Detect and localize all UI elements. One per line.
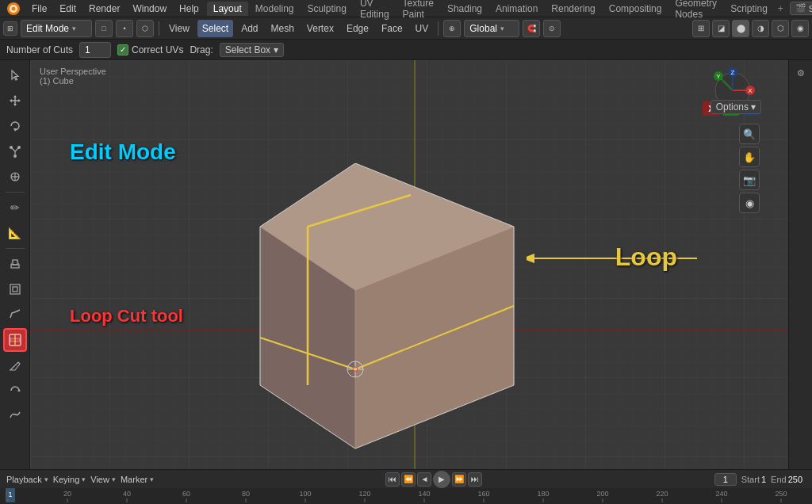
mode-selector[interactable]: Edit Mode ▾: [21, 20, 92, 37]
tab-geometry-nodes[interactable]: Geometry Nodes: [668, 0, 723, 21]
svg-text:220: 220: [656, 490, 668, 498]
play-btn[interactable]: ▶: [433, 471, 450, 488]
jump-start-btn[interactable]: ⏮: [385, 472, 400, 487]
menu-edit[interactable]: Edit: [55, 2, 81, 16]
svg-point-15: [13, 155, 17, 158]
tab-layout[interactable]: Layout: [207, 2, 248, 16]
overlay-icon[interactable]: ⊞: [692, 20, 710, 37]
lt-sep1: [6, 192, 25, 193]
rotate-tool-btn[interactable]: [3, 114, 27, 138]
spin-tool-btn[interactable]: [3, 379, 27, 403]
select-menu[interactable]: Select: [197, 20, 233, 37]
svg-text:200: 200: [596, 490, 608, 498]
svg-rect-24: [13, 287, 17, 292]
mode-icon2[interactable]: •: [116, 20, 133, 37]
end-label: End: [771, 475, 787, 484]
current-frame[interactable]: 1: [714, 473, 737, 486]
annotate-tool-btn[interactable]: ✏: [3, 196, 27, 220]
drag-selector[interactable]: Select Box ▾: [220, 43, 284, 57]
menu-help[interactable]: Help: [174, 2, 204, 16]
snap-icon[interactable]: 🧲: [523, 20, 540, 37]
tl-view-label: View: [90, 475, 109, 484]
step-back-btn[interactable]: ⏪: [401, 472, 416, 487]
cursor-tool-btn[interactable]: [3, 63, 27, 87]
inset-tool-btn[interactable]: [3, 277, 27, 301]
tab-scripting[interactable]: Scripting: [724, 2, 774, 16]
keying-label: Keying: [53, 475, 80, 484]
transform-icon[interactable]: ⊕: [443, 20, 461, 37]
frame-ruler[interactable]: 0 20 40 60 80 100 120 140 160 180 200 22…: [0, 488, 812, 504]
camera-icon[interactable]: 📷: [739, 170, 760, 190]
view-menu-tl[interactable]: View ▾: [90, 475, 116, 484]
tab-rendering[interactable]: Rendering: [545, 2, 601, 16]
tab-shading[interactable]: Shading: [441, 2, 488, 16]
menu-window[interactable]: Window: [128, 2, 171, 16]
mode-icon1[interactable]: □: [95, 20, 113, 37]
uv-menu[interactable]: UV: [411, 20, 434, 37]
svg-text:X: X: [748, 87, 753, 94]
tab-texture-paint[interactable]: Texture Paint: [396, 0, 440, 21]
correct-uvs-toggle[interactable]: ✓ Correct UVs: [117, 44, 183, 55]
svg-rect-57: [0, 488, 812, 502]
transform-label: Global: [469, 23, 497, 34]
tab-modeling[interactable]: Modeling: [249, 2, 301, 16]
svg-marker-7: [10, 99, 12, 102]
tab-animation[interactable]: Animation: [489, 2, 544, 16]
edge-menu[interactable]: Edge: [342, 20, 373, 37]
viewport-3d[interactable]: User Perspective (1) Cube: [30, 60, 788, 469]
measure-tool-btn[interactable]: 📐: [3, 221, 27, 245]
shade1-icon[interactable]: ⬤: [732, 20, 749, 37]
svg-text:Y: Y: [716, 73, 721, 80]
right-panel: ⚙: [788, 60, 812, 469]
start-frame[interactable]: 1: [761, 475, 766, 484]
tab-sculpting[interactable]: Sculpting: [301, 2, 353, 16]
menu-render[interactable]: Render: [84, 2, 124, 16]
view-menu[interactable]: View: [164, 20, 194, 37]
step-forward-btn[interactable]: ⏩: [452, 472, 466, 487]
num-cuts-value[interactable]: 1: [79, 42, 111, 58]
svg-point-13: [10, 146, 13, 149]
knife-tool-btn[interactable]: [3, 353, 27, 377]
play-back-btn[interactable]: ◄: [417, 472, 431, 487]
bevel-tool-btn[interactable]: [3, 303, 27, 326]
correct-uvs-checkbox[interactable]: ✓: [117, 44, 128, 55]
smooth-tool-btn[interactable]: [3, 404, 27, 428]
shade4-icon[interactable]: ◉: [791, 20, 809, 37]
svg-marker-8: [18, 99, 21, 102]
extrude-tool-btn[interactable]: [3, 252, 27, 276]
properties-tools-btn[interactable]: ⚙: [791, 63, 810, 82]
move-tool-btn[interactable]: [3, 89, 27, 113]
menu-file[interactable]: File: [27, 2, 52, 16]
face-menu[interactable]: Face: [377, 20, 408, 37]
keying-menu[interactable]: Keying ▾: [53, 475, 86, 484]
marker-menu[interactable]: Marker ▾: [121, 475, 154, 484]
tab-compositing[interactable]: Compositing: [603, 2, 668, 16]
transform-tool-btn[interactable]: [3, 165, 27, 189]
separator2: [438, 21, 439, 36]
prop-edit-icon[interactable]: ⊙: [543, 20, 561, 37]
scene-icon: 🎬: [795, 3, 806, 13]
jump-end-btn[interactable]: ⏭: [468, 472, 482, 487]
tab-uv-editing[interactable]: UV Editing: [354, 0, 396, 21]
view-icon-btn[interactable]: ⊞: [3, 21, 17, 36]
viewport-options-btn[interactable]: Options ▾: [710, 100, 761, 114]
vertex-menu[interactable]: Vertex: [302, 20, 339, 37]
mode-selector-label: Edit Mode: [26, 23, 69, 34]
add-menu[interactable]: Add: [236, 20, 262, 37]
xray-icon[interactable]: ◪: [712, 20, 730, 37]
pan-icon[interactable]: ✋: [739, 147, 760, 167]
shade2-icon[interactable]: ◑: [752, 20, 769, 37]
shade3-icon[interactable]: ⬡: [772, 20, 789, 37]
add-workspace-btn[interactable]: +: [775, 3, 787, 14]
mesh-menu[interactable]: Mesh: [266, 20, 299, 37]
zoom-in-icon[interactable]: 🔍: [739, 124, 760, 144]
playback-menu[interactable]: Playback ▾: [6, 475, 48, 484]
keying-chevron: ▾: [82, 475, 86, 483]
end-frame[interactable]: 250: [788, 475, 802, 484]
scale-tool-btn[interactable]: [3, 139, 27, 163]
mode-icon3[interactable]: ⬡: [136, 20, 154, 37]
loop-cut-tool-btn[interactable]: [3, 328, 27, 352]
transform-selector[interactable]: Global ▾: [464, 20, 519, 37]
scene-selector[interactable]: 🎬 Scene ▾: [790, 2, 812, 15]
render-view-icon[interactable]: ◉: [739, 193, 760, 213]
